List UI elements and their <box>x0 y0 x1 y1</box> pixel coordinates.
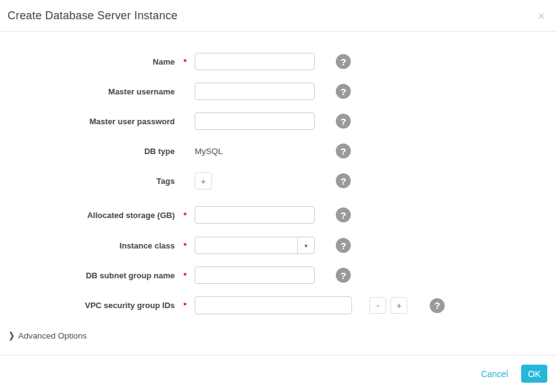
label-cell: DB type <box>0 147 187 156</box>
control-cell <box>195 83 336 100</box>
help-icon[interactable]: ? <box>336 173 351 188</box>
label-cell: Instance class * <box>0 241 187 250</box>
form-row-db-type: DB type MySQL ? <box>0 142 556 160</box>
form-row-instance-class: Instance class * ▾ ? <box>0 237 556 254</box>
ok-button[interactable]: OK <box>521 365 547 383</box>
vpc-security-group-label: VPC security group IDs <box>85 301 175 310</box>
label-cell: Tags <box>0 176 187 186</box>
help-icon[interactable]: ? <box>336 84 351 99</box>
modal-title: Create Database Server Instance <box>7 9 177 22</box>
label-cell: Master user password <box>0 117 187 126</box>
master-username-input[interactable] <box>195 83 315 100</box>
control-cell: + <box>195 172 336 189</box>
control-cell: ▾ <box>195 237 336 254</box>
tags-add-button[interactable]: + <box>195 172 212 189</box>
instance-class-value <box>195 237 297 253</box>
db-subnet-group-label: DB subnet group name <box>86 271 175 280</box>
db-type-value: MySQL <box>195 147 223 156</box>
control-cell <box>195 206 336 224</box>
control-cell: MySQL <box>195 147 336 156</box>
advanced-options-label: Advanced Options <box>18 331 86 340</box>
db-subnet-group-input[interactable] <box>195 267 315 284</box>
required-asterisk: * <box>175 241 187 250</box>
chevron-down-icon[interactable]: ▾ <box>297 237 314 253</box>
control-cell <box>195 53 336 70</box>
help-icon[interactable]: ? <box>430 298 445 313</box>
allocated-storage-label: Allocated storage (GB) <box>87 211 175 220</box>
label-cell: DB subnet group name * <box>0 271 187 280</box>
control-cell <box>195 267 336 284</box>
create-db-server-instance-modal: Create Database Server Instance × Name *… <box>0 0 556 392</box>
db-type-label: DB type <box>144 147 175 156</box>
vpc-add-button[interactable]: + <box>391 297 407 314</box>
instance-class-select[interactable]: ▾ <box>195 237 315 254</box>
cancel-button[interactable]: Cancel <box>481 369 508 379</box>
required-asterisk: * <box>175 211 187 220</box>
required-asterisk: * <box>175 271 187 280</box>
instance-class-label: Instance class <box>119 241 175 250</box>
form-row-name: Name * ? <box>0 53 556 70</box>
allocated-storage-input[interactable] <box>195 206 315 224</box>
help-icon[interactable]: ? <box>336 238 351 253</box>
help-icon[interactable]: ? <box>336 207 351 222</box>
label-cell: Allocated storage (GB) * <box>0 211 187 220</box>
master-username-label: Master username <box>108 87 175 96</box>
modal-header: Create Database Server Instance × <box>0 0 556 32</box>
form-row-vpc-security-groups: VPC security group IDs * - + ? <box>0 296 556 314</box>
label-cell: Name * <box>0 57 187 66</box>
vpc-security-group-input[interactable] <box>195 296 352 314</box>
chevron-right-icon: ❯ <box>9 330 14 340</box>
control-cell <box>195 112 336 130</box>
master-user-password-label: Master user password <box>90 117 175 126</box>
close-icon[interactable]: × <box>535 9 547 23</box>
form-row-master-user-password: Master user password ? <box>0 112 556 130</box>
form-row-allocated-storage: Allocated storage (GB) * ? <box>0 206 556 224</box>
form-row-master-username: Master username ? <box>0 83 556 100</box>
name-label: Name <box>153 57 175 66</box>
form-row-db-subnet-group: DB subnet group name * ? <box>0 267 556 284</box>
label-cell: Master username <box>0 87 187 96</box>
master-user-password-input[interactable] <box>195 112 315 130</box>
vpc-remove-button[interactable]: - <box>369 297 386 314</box>
advanced-options-toggle[interactable]: ❯ Advanced Options <box>9 329 556 342</box>
modal-footer: Cancel OK <box>0 355 556 392</box>
form-row-tags: Tags + ? <box>0 172 556 189</box>
required-asterisk: * <box>175 301 187 310</box>
label-cell: VPC security group IDs * <box>0 301 187 310</box>
name-input[interactable] <box>195 53 315 70</box>
help-icon[interactable]: ? <box>336 144 351 158</box>
help-icon[interactable]: ? <box>336 114 351 129</box>
help-icon[interactable]: ? <box>336 54 351 69</box>
required-asterisk: * <box>175 57 187 66</box>
help-icon[interactable]: ? <box>336 268 351 283</box>
modal-body: Name * ? Master username ? Master user p… <box>0 32 556 342</box>
tags-label: Tags <box>157 176 175 186</box>
